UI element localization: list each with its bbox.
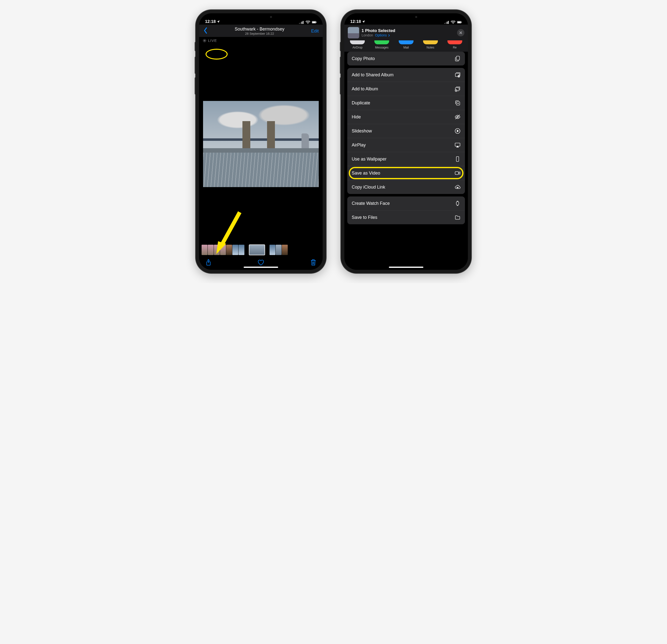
svg-point-18 <box>453 23 453 24</box>
album-icon <box>455 86 460 92</box>
copy-icon <box>455 55 460 62</box>
action-duplicate[interactable]: Duplicate <box>347 96 465 110</box>
photo-stage[interactable] <box>199 44 323 244</box>
phone-icon <box>455 156 460 162</box>
shared-album-icon <box>455 72 460 78</box>
svg-rect-16 <box>447 22 448 24</box>
svg-rect-33 <box>456 157 459 161</box>
delete-button[interactable] <box>310 259 317 267</box>
status-time: 12:18 <box>205 19 216 24</box>
live-label: LIVE <box>208 38 217 43</box>
favorite-button[interactable] <box>258 259 264 267</box>
wifi-icon <box>306 21 310 24</box>
status-time: 12:18 <box>350 19 361 24</box>
selected-photo-thumbnail <box>348 27 359 38</box>
thumbnail-strip[interactable] <box>199 244 323 256</box>
cellular-signal-icon <box>299 21 304 24</box>
quick-app-mail[interactable]: Mail <box>397 41 415 49</box>
back-button[interactable] <box>203 27 208 35</box>
svg-rect-2 <box>302 22 302 24</box>
share-actions-list[interactable]: Copy Photo Add to Shared Album Add to Al… <box>344 52 468 270</box>
quick-app-notes[interactable]: Notes <box>422 41 439 49</box>
action-hide[interactable]: Hide <box>347 110 465 124</box>
action-copy-icloud-link[interactable]: Copy iCloud Link <box>347 180 465 194</box>
svg-rect-34 <box>455 172 458 175</box>
svg-rect-3 <box>303 21 304 24</box>
action-save-to-files[interactable]: Save to Files <box>347 210 465 224</box>
live-photo-badge: LIVE <box>199 37 323 44</box>
screen-photos-detail: 12:18 Southwark - Bermondsey 28 Septembe… <box>199 13 323 270</box>
airplay-icon <box>455 142 460 148</box>
close-button[interactable] <box>457 29 465 36</box>
selected-location-label: London <box>361 33 373 37</box>
cellular-signal-icon <box>444 21 449 24</box>
photos-header: Southwark - Bermondsey 28 September 16:2… <box>199 25 323 37</box>
svg-rect-14 <box>444 23 445 24</box>
svg-rect-15 <box>445 22 446 24</box>
duplicate-icon <box>455 100 460 106</box>
cloud-link-icon <box>455 184 460 190</box>
svg-rect-0 <box>299 23 300 24</box>
svg-point-8 <box>204 40 205 41</box>
current-photo-thumbnail[interactable] <box>249 244 265 255</box>
action-add-shared-album[interactable]: Add to Shared Album <box>347 68 465 82</box>
svg-rect-21 <box>461 22 462 23</box>
live-photo-icon <box>202 39 207 43</box>
svg-rect-20 <box>457 21 461 23</box>
svg-rect-7 <box>316 22 316 23</box>
action-wallpaper[interactable]: Use as Wallpaper <box>347 152 465 166</box>
action-create-watch-face[interactable]: Create Watch Face <box>347 196 465 210</box>
location-arrow-icon <box>216 20 220 23</box>
action-slideshow[interactable]: Slideshow <box>347 124 465 138</box>
watch-icon <box>455 200 460 206</box>
battery-icon <box>457 21 462 24</box>
screen-share-sheet: 12:18 1 Photo Selected London Options <box>344 13 468 270</box>
notch <box>380 13 432 21</box>
edit-button[interactable]: Edit <box>311 29 319 34</box>
svg-rect-17 <box>448 21 449 24</box>
folder-icon <box>455 214 460 220</box>
video-icon <box>455 170 460 176</box>
quick-share-apps: AirDrop Messages Mail Notes Re <box>348 38 465 52</box>
action-save-as-video[interactable]: Save as Video <box>347 166 465 180</box>
svg-point-4 <box>308 23 308 24</box>
svg-rect-36 <box>456 202 459 205</box>
photo-location-title: Southwark - Bermondsey <box>234 27 284 32</box>
quick-app-more[interactable]: Re <box>446 41 463 49</box>
quick-app-messages[interactable]: Messages <box>373 41 391 49</box>
selected-count-label: 1 Photo Selected <box>361 28 395 33</box>
home-indicator[interactable] <box>244 267 278 268</box>
notch <box>235 13 287 21</box>
phone-left: 12:18 Southwark - Bermondsey 28 Septembe… <box>196 10 326 273</box>
hide-icon <box>455 114 460 120</box>
quick-app-airdrop[interactable]: AirDrop <box>349 41 366 49</box>
home-indicator[interactable] <box>389 267 423 268</box>
action-airplay[interactable]: AirPlay <box>347 138 465 152</box>
play-circle-icon <box>455 128 460 134</box>
options-button[interactable]: Options <box>375 33 390 37</box>
photo-tower-bridge <box>203 101 319 187</box>
svg-rect-1 <box>300 22 301 24</box>
location-arrow-icon <box>362 20 365 23</box>
battery-icon <box>312 21 317 24</box>
svg-rect-6 <box>312 21 315 23</box>
photo-date-subtitle: 28 September 16:22 <box>234 32 284 35</box>
share-sheet-header: 1 Photo Selected London Options AirDrop … <box>344 25 468 52</box>
phone-right: 12:18 1 Photo Selected London Options <box>341 10 471 273</box>
svg-rect-22 <box>456 56 459 60</box>
share-button[interactable] <box>205 259 212 267</box>
action-add-album[interactable]: Add to Album <box>347 82 465 96</box>
close-icon <box>459 31 462 34</box>
wifi-icon <box>451 21 456 24</box>
action-copy-photo[interactable]: Copy Photo <box>347 52 465 65</box>
